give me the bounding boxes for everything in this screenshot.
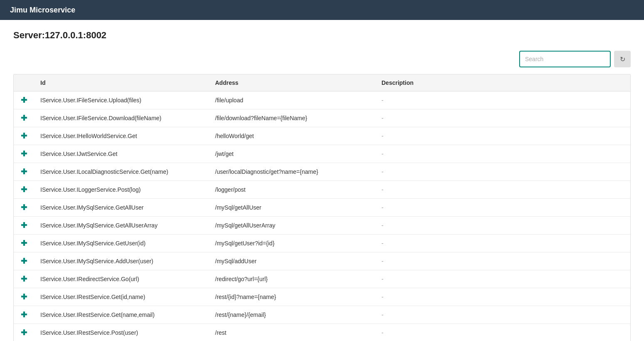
search-input[interactable] [519, 51, 611, 67]
plus-icon[interactable]: ✚ [21, 310, 27, 319]
col-header-address: Address [208, 74, 375, 91]
service-description: - [375, 288, 630, 306]
service-address: /rest/{id}?name={name} [208, 288, 375, 306]
service-address: /mySql/getAllUser [208, 199, 375, 217]
plus-icon[interactable]: ✚ [21, 239, 27, 248]
service-address: /helloWorld/get [208, 127, 375, 145]
service-id: IService.User.IRestService.Get(name,emai… [34, 306, 208, 324]
expand-cell[interactable]: ✚ [14, 324, 34, 341]
service-id: IService.User.IMySqlService.GetAllUser [34, 199, 208, 217]
table-row: ✚IService.User.IMySqlService.GetAllUserA… [14, 217, 630, 235]
expand-cell[interactable]: ✚ [14, 181, 34, 199]
table-row: ✚IService.User.IMySqlService.GetAllUser/… [14, 199, 630, 217]
col-header-description: Description [375, 74, 630, 91]
refresh-icon: ↻ [620, 55, 625, 63]
expand-cell[interactable]: ✚ [14, 288, 34, 306]
service-address: /file/download?fileName={fileName} [208, 109, 375, 127]
service-description: - [375, 306, 630, 324]
plus-icon[interactable]: ✚ [21, 185, 27, 194]
services-table: Id Address Description ✚IService.User.IF… [14, 74, 630, 341]
plus-icon[interactable]: ✚ [21, 274, 27, 284]
expand-cell[interactable]: ✚ [14, 252, 34, 270]
service-id: IService.User.IRestService.Post(user) [34, 324, 208, 341]
service-description: - [375, 127, 630, 145]
service-id: IService.User.IMySqlService.GetAllUserAr… [34, 217, 208, 235]
expand-cell[interactable]: ✚ [14, 199, 34, 217]
service-id: IService.User.IRedirectService.Go(url) [34, 270, 208, 288]
table-row: ✚IService.User.IFileService.Upload(files… [14, 91, 630, 109]
table-row: ✚IService.User.IRestService.Post(user)/r… [14, 324, 630, 341]
service-address: /mySql/getUser?id={id} [208, 235, 375, 252]
plus-icon[interactable]: ✚ [21, 203, 27, 212]
table-row: ✚IService.User.IRestService.Get(name,ema… [14, 306, 630, 324]
plus-icon[interactable]: ✚ [21, 114, 27, 123]
plus-icon[interactable]: ✚ [21, 149, 27, 158]
plus-icon[interactable]: ✚ [21, 96, 27, 105]
expand-cell[interactable]: ✚ [14, 163, 34, 181]
top-bar: Jimu Microservice [0, 0, 644, 20]
service-id: IService.User.IJwtService.Get [34, 145, 208, 163]
expand-cell[interactable]: ✚ [14, 127, 34, 145]
table-row: ✚IService.User.IRestService.Get(id,name)… [14, 288, 630, 306]
service-address: /rest/{name}/{email} [208, 306, 375, 324]
table-row: ✚IService.User.IMySqlService.AddUser(use… [14, 252, 630, 270]
service-description: - [375, 91, 630, 109]
refresh-button[interactable]: ↻ [614, 51, 631, 67]
service-description: - [375, 199, 630, 217]
plus-icon[interactable]: ✚ [21, 221, 27, 230]
service-id: IService.User.ILocalDiagnosticService.Ge… [34, 163, 208, 181]
col-header-id: Id [34, 74, 208, 91]
services-table-container: Id Address Description ✚IService.User.IF… [13, 74, 631, 341]
service-address: /mySql/addUser [208, 252, 375, 270]
service-address: /user/localDiagnostic/get?name={name} [208, 163, 375, 181]
plus-icon[interactable]: ✚ [21, 257, 27, 266]
service-id: IService.User.ILoggerService.Post(log) [34, 181, 208, 199]
service-address: /logger/post [208, 181, 375, 199]
expand-cell[interactable]: ✚ [14, 235, 34, 252]
expand-cell[interactable]: ✚ [14, 145, 34, 163]
service-description: - [375, 270, 630, 288]
main-content: Server:127.0.0.1:8002 ↻ Id Address Descr… [0, 20, 644, 341]
service-id: IService.User.IRestService.Get(id,name) [34, 288, 208, 306]
service-description: - [375, 324, 630, 341]
table-row: ✚IService.User.IFileService.Download(fil… [14, 109, 630, 127]
expand-cell[interactable]: ✚ [14, 270, 34, 288]
table-row: ✚IService.User.ILocalDiagnosticService.G… [14, 163, 630, 181]
expand-cell[interactable]: ✚ [14, 306, 34, 324]
expand-cell[interactable]: ✚ [14, 109, 34, 127]
expand-cell[interactable]: ✚ [14, 217, 34, 235]
table-row: ✚IService.User.IMySqlService.GetUser(id)… [14, 235, 630, 252]
table-header-row: Id Address Description [14, 74, 630, 91]
plus-icon[interactable]: ✚ [21, 292, 27, 301]
service-address: /redirect/go?url={url} [208, 270, 375, 288]
app-title: Jimu Microservice [10, 6, 75, 15]
service-description: - [375, 181, 630, 199]
service-description: - [375, 217, 630, 235]
table-row: ✚IService.User.IRedirectService.Go(url)/… [14, 270, 630, 288]
server-title: Server:127.0.0.1:8002 [13, 30, 631, 41]
table-row: ✚IService.User.IJwtService.Get/jwt/get- [14, 145, 630, 163]
plus-icon[interactable]: ✚ [21, 167, 27, 176]
plus-icon[interactable]: ✚ [21, 131, 27, 141]
service-id: IService.User.IFileService.Upload(files) [34, 91, 208, 109]
plus-icon[interactable]: ✚ [21, 328, 27, 337]
service-address: /mySql/getAllUserArray [208, 217, 375, 235]
col-header-expand [14, 74, 34, 91]
table-row: ✚IService.User.ILoggerService.Post(log)/… [14, 181, 630, 199]
service-description: - [375, 252, 630, 270]
service-id: IService.User.IHelloWorldService.Get [34, 127, 208, 145]
service-address: /file/upload [208, 91, 375, 109]
service-address: /rest [208, 324, 375, 341]
expand-cell[interactable]: ✚ [14, 91, 34, 109]
service-address: /jwt/get [208, 145, 375, 163]
service-description: - [375, 235, 630, 252]
service-id: IService.User.IMySqlService.AddUser(user… [34, 252, 208, 270]
service-id: IService.User.IMySqlService.GetUser(id) [34, 235, 208, 252]
service-description: - [375, 145, 630, 163]
table-row: ✚IService.User.IHelloWorldService.Get/he… [14, 127, 630, 145]
service-description: - [375, 109, 630, 127]
toolbar: ↻ [13, 51, 631, 67]
service-description: - [375, 163, 630, 181]
service-id: IService.User.IFileService.Download(file… [34, 109, 208, 127]
